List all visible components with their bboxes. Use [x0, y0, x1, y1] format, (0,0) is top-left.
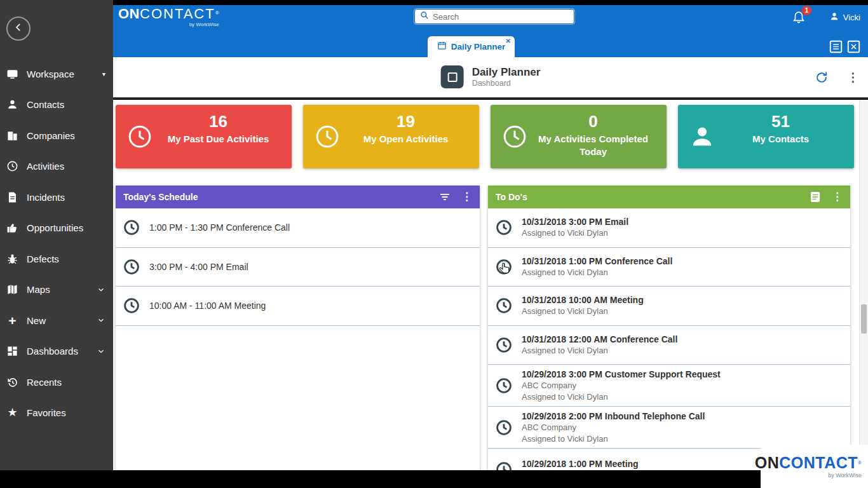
clock-icon: [123, 219, 140, 236]
close-all-tabs-icon[interactable]: [847, 40, 860, 53]
chevron-down-icon: [97, 316, 105, 325]
sidebar-item-contacts[interactable]: Contacts: [0, 90, 113, 121]
logo-text-on: ON: [118, 6, 140, 22]
back-button[interactable]: [6, 17, 31, 41]
schedule-item[interactable]: 10:00 AM - 11:00 AM Meeting: [116, 287, 480, 326]
logo-text-contact: CONTACT: [140, 6, 215, 22]
app-window: Workspace ▾ Contacts Companies Activitie…: [0, 0, 868, 488]
sidebar-item-activities[interactable]: Activities: [0, 151, 113, 182]
todo-company: ABC Company: [522, 422, 705, 433]
todays-schedule-header: Today's Schedule ⋮: [116, 186, 480, 208]
stat-card-my-contacts[interactable]: 51 My Contacts: [678, 105, 854, 168]
notifications-button[interactable]: 1: [792, 10, 807, 25]
sidebar-item-label: Incidents: [27, 192, 105, 203]
watermark-logo: ONCONTACT® by WorkWise: [761, 445, 868, 488]
sidebar-item-incidents[interactable]: Incidents: [0, 182, 113, 213]
notification-badge: 1: [802, 6, 811, 15]
todo-item[interactable]: 10/31/2018 1:00 PM Conference CallAssign…: [488, 248, 850, 287]
stat-label: My Past Due Activities: [154, 133, 283, 146]
star-icon: ★: [6, 407, 18, 419]
bottom-black-bar: [0, 470, 868, 488]
todo-item[interactable]: 10/31/2018 12:00 AM Conference CallAssig…: [488, 326, 850, 365]
panel-overflow-menu[interactable]: ⋮: [461, 191, 472, 203]
tabbar-actions: [829, 40, 860, 53]
filter-icon[interactable]: [438, 191, 451, 203]
bell-icon: [792, 15, 806, 25]
sidebar-item-favorites[interactable]: ★ Favorites: [0, 398, 113, 429]
incident-document-icon: [6, 191, 18, 203]
sidebar: Workspace ▾ Contacts Companies Activitie…: [0, 0, 113, 488]
clock-icon: [303, 105, 340, 168]
sidebar-item-new[interactable]: + New: [0, 305, 113, 336]
todo-item[interactable]: 10/29/2018 3:00 PM Customer Support Requ…: [488, 365, 850, 407]
vertical-scrollbar[interactable]: [859, 100, 868, 470]
todo-assigned: Assigned to Vicki Dylan: [522, 391, 721, 403]
todo-title: 10/31/2018 10:00 AM Meeting: [522, 294, 644, 306]
todo-item[interactable]: 10/31/2018 3:00 PM EmailAssigned to Vick…: [488, 208, 850, 248]
user-name: Vicki: [843, 13, 860, 22]
sidebar-item-label: Favorites: [27, 407, 105, 418]
stat-card-activities-completed-today[interactable]: 0 My Activities Completed Today: [491, 105, 667, 168]
scrollbar-thumb[interactable]: [861, 304, 867, 334]
clock-icon: [123, 297, 140, 314]
stat-label: My Open Activities: [341, 133, 470, 146]
stat-card-open-activities[interactable]: 19 My Open Activities: [303, 105, 479, 168]
stat-value: 19: [341, 112, 470, 131]
caret-down-icon: ▾: [102, 71, 105, 78]
todo-item[interactable]: 10/29/2018 2:00 PM Inbound Telephone Cal…: [488, 407, 850, 449]
search-icon: [420, 11, 429, 22]
clock-icon: [496, 259, 512, 275]
panel-title: Today's Schedule: [123, 192, 428, 202]
top-black-strip: [113, 0, 868, 5]
todo-item[interactable]: 10/31/2018 10:00 AM MeetingAssigned to V…: [488, 287, 850, 326]
logo-text-on: ON: [755, 454, 780, 471]
todo-title: 10/31/2018 12:00 AM Conference Call: [522, 334, 677, 345]
todo-company: ABC Company: [522, 380, 721, 391]
page-subtitle: Dashboard: [472, 79, 541, 88]
refresh-button[interactable]: [815, 71, 829, 85]
user-icon: [829, 11, 839, 24]
sidebar-item-workspace[interactable]: Workspace ▾: [0, 58, 113, 90]
sidebar-item-dashboards[interactable]: Dashboards: [0, 336, 113, 367]
todo-assigned: Assigned to Vicki Dylan: [522, 306, 644, 317]
sidebar-item-label: Workspace: [27, 69, 94, 79]
panel-overflow-menu[interactable]: ⋮: [832, 191, 843, 203]
sidebar-item-opportunities[interactable]: Opportunities: [0, 213, 113, 244]
schedule-item-text: 3:00 PM - 4:00 PM Email: [149, 262, 248, 272]
tab-label: Daily Planner: [451, 42, 506, 51]
search-input[interactable]: [433, 12, 569, 22]
user-menu[interactable]: Vicki: [829, 11, 860, 24]
sidebar-item-recents[interactable]: Recents: [0, 367, 113, 398]
todo-assigned: Assigned to Vicki Dylan: [522, 267, 672, 278]
stat-card-past-due-activities[interactable]: 16 My Past Due Activities: [116, 105, 292, 168]
thumbs-up-icon: [6, 222, 18, 234]
app-logo: ONCONTACT® by WorkWise: [118, 7, 219, 27]
clock-icon: [496, 297, 512, 314]
todo-title: 10/29/2018 1:00 PM Meeting: [522, 458, 639, 470]
tab-close-icon[interactable]: ✕: [506, 37, 511, 44]
page-title: Daily Planner: [472, 66, 541, 79]
sidebar-item-label: Opportunities: [27, 222, 105, 233]
tab-list-icon[interactable]: [829, 40, 843, 53]
sidebar-item-label: Activities: [27, 161, 105, 172]
schedule-item[interactable]: 1:00 PM - 1:30 PM Conference Call: [116, 208, 480, 248]
clock-icon: [496, 419, 512, 436]
page-overflow-menu[interactable]: ⋮: [847, 69, 859, 86]
schedule-item[interactable]: 3:00 PM - 4:00 PM Email: [116, 248, 480, 287]
tab-daily-planner[interactable]: Daily Planner ✕: [428, 36, 515, 57]
logo-registered-mark: ®: [215, 10, 219, 16]
chevron-left-icon: [12, 21, 25, 36]
logo-registered-mark: ®: [858, 459, 862, 465]
sidebar-item-defects[interactable]: Defects: [0, 243, 113, 274]
sidebar-item-maps[interactable]: Maps: [0, 274, 113, 306]
stat-cards-row: 16 My Past Due Activities 19 My Open Act…: [116, 105, 854, 168]
stat-label: My Contacts: [716, 133, 845, 146]
dashboard-icon: [441, 65, 464, 88]
clipboard-icon[interactable]: [809, 191, 822, 203]
clock-icon: [496, 219, 512, 236]
clock-icon: [496, 337, 512, 353]
building-icon: [6, 130, 18, 142]
logo-byline: by WorkWise: [118, 22, 219, 27]
stat-label: My Activities Completed Today: [529, 133, 658, 159]
sidebar-item-companies[interactable]: Companies: [0, 120, 113, 151]
